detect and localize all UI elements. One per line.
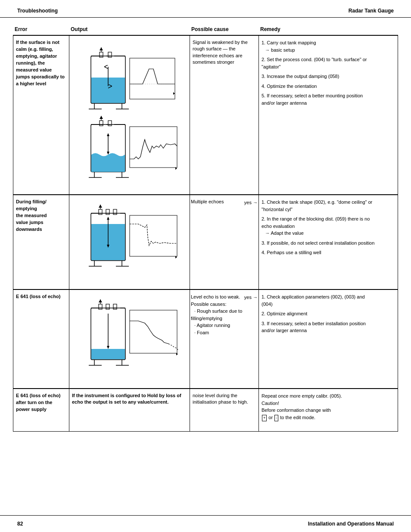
page-header: Troubleshooting Radar Tank Gauge	[0, 0, 411, 18]
svg-rect-71	[130, 310, 177, 353]
svg-rect-52	[130, 215, 177, 256]
header-left: Troubleshooting	[17, 8, 58, 14]
remedy-item-3-1: 1. Check application parameters (002), (…	[262, 293, 377, 308]
svg-rect-19	[108, 121, 112, 126]
error-cell-4: E 641 (loss of echo) after turn on the p…	[13, 389, 69, 431]
cause-yes-cell-2: Multiple echoes yes →	[190, 195, 259, 289]
svg-rect-14	[130, 58, 175, 99]
cause-yes-cell-3: Level echo is too weak. Possible causes:…	[190, 290, 259, 388]
svg-marker-70	[107, 346, 109, 349]
col-header-cause: Possible cause	[190, 25, 258, 33]
tank-svg-3	[78, 297, 181, 381]
svg-rect-2	[100, 52, 103, 57]
remedy-cell-4: Repeat once more empty calibr. (005). Ca…	[259, 389, 380, 431]
svg-rect-36	[99, 209, 102, 215]
remedy-item-3-3: 3. If necessary, select a better install…	[262, 320, 377, 334]
col-header-remedy: Remedy	[258, 25, 379, 33]
remedy-item-2-1: 1. Check the tank shape (002), e.g. "dom…	[262, 199, 377, 213]
edit-btn-minus: -	[274, 415, 278, 422]
svg-marker-68	[99, 299, 102, 302]
error-cell-1: If the surface is not calm (e.g. filling…	[13, 36, 69, 194]
error-cell-3: E 641 (loss of echo)	[13, 290, 69, 388]
svg-rect-56	[99, 304, 102, 309]
page-footer: 82 Installation and Operations Manual	[0, 515, 411, 532]
cause-cell-1: Signal is weakened by the rough surface …	[190, 36, 259, 194]
output-cell-2	[69, 195, 190, 289]
error-text-3: E 641 (loss of echo)	[16, 294, 60, 299]
table-row: E 641 (loss of echo) after turn on the p…	[13, 389, 398, 432]
svg-marker-48	[99, 205, 102, 208]
remedy-cell-2: 1. Check the tank shape (002), e.g. "dom…	[259, 195, 380, 289]
column-headers: Error Output Possible cause Remedy	[13, 22, 398, 35]
remedy-item-1-5: 5. If necessary, select a better mountin…	[262, 92, 377, 106]
output-text-4: If the instrument is configured to Hold …	[72, 393, 181, 404]
svg-rect-58	[113, 304, 117, 309]
remedy-cell-1: 1. Carry out tank mapping→ basic setup 2…	[259, 36, 380, 194]
cause-text-1: Signal is weakened by the rough surface …	[193, 40, 248, 65]
svg-marker-15	[173, 92, 175, 95]
remedy-item-1-4: 4. Optimize the orientation	[262, 83, 377, 90]
remedy-item-2-3: 3. If possible, do not select central in…	[262, 240, 377, 247]
error-cell-2: During filling/emptyingthe measuredvalue…	[13, 195, 69, 289]
remedy-item-2-4: 4. Perhaps use a stilling well	[262, 249, 377, 256]
remedy-item-2-2: 2. In the range of the blocking dist. (0…	[262, 215, 377, 237]
svg-marker-12	[100, 47, 103, 50]
tank-svg-1b	[78, 114, 181, 185]
edit-btn-plus: +	[262, 415, 267, 422]
remedy-cell-3: 1. Check application parameters (002), (…	[259, 290, 380, 388]
remedy-item-1-2: 2. Set the process cond. (004) to "turb.…	[262, 56, 377, 70]
svg-rect-3	[108, 52, 112, 57]
col-header-output: Output	[69, 25, 190, 33]
svg-marker-30	[107, 133, 109, 136]
svg-marker-50	[107, 217, 109, 220]
page: Troubleshooting Radar Tank Gauge Error O…	[0, 0, 411, 532]
error-text-4: E 641 (loss of echo) after turn on the p…	[16, 393, 60, 412]
output-cell-4: If the instrument is configured to Hold …	[69, 389, 190, 431]
remedy-item-1-1: 1. Carry out tank mapping→ basic setup	[262, 39, 377, 53]
svg-rect-37	[106, 209, 109, 215]
remedy-item-3-2: 2. Optimize alignment	[262, 310, 377, 317]
svg-rect-55	[91, 349, 125, 359]
svg-rect-38	[113, 209, 117, 215]
cause-text-2: Multiple echoes	[191, 199, 244, 286]
table-row: During filling/emptyingthe measuredvalue…	[13, 195, 398, 289]
remedy-text-4: Repeat once more empty calibr. (005). Ca…	[262, 393, 342, 420]
svg-rect-18	[100, 121, 103, 126]
col-header-error: Error	[13, 25, 69, 33]
error-text-2: During filling/emptyingthe measuredvalue…	[16, 199, 47, 232]
table-row: If the surface is not calm (e.g. filling…	[13, 35, 398, 195]
main-content: Error Output Possible cause Remedy If th…	[0, 18, 411, 436]
output-cell-1	[69, 36, 190, 194]
output-images-1	[78, 45, 181, 185]
cause-text-3: Level echo is too weak. Possible causes:…	[191, 293, 244, 385]
svg-rect-32	[130, 127, 177, 168]
table-row: E 641 (loss of echo)	[13, 289, 398, 389]
remedy-item-1-3: 3. Increase the output damping (058)	[262, 73, 377, 80]
tank-svg-1a	[78, 45, 181, 112]
header-right: Radar Tank Gauge	[349, 8, 394, 14]
svg-rect-57	[106, 304, 109, 309]
footer-page-number: 82	[17, 521, 23, 527]
yes-arrow-3: yes →	[244, 293, 258, 385]
yes-arrow-2: yes →	[244, 199, 258, 286]
footer-manual-title: Installation and Operations Manual	[308, 521, 394, 527]
error-text-1: If the surface is not calm (e.g. filling…	[16, 40, 65, 86]
cause-cell-4: noise level during the initialisation ph…	[190, 389, 259, 431]
svg-marker-28	[100, 116, 103, 119]
tank-svg-2	[78, 202, 181, 282]
cause-text-4: noise level during the initialisation ph…	[193, 393, 248, 404]
output-cell-3	[69, 290, 190, 388]
